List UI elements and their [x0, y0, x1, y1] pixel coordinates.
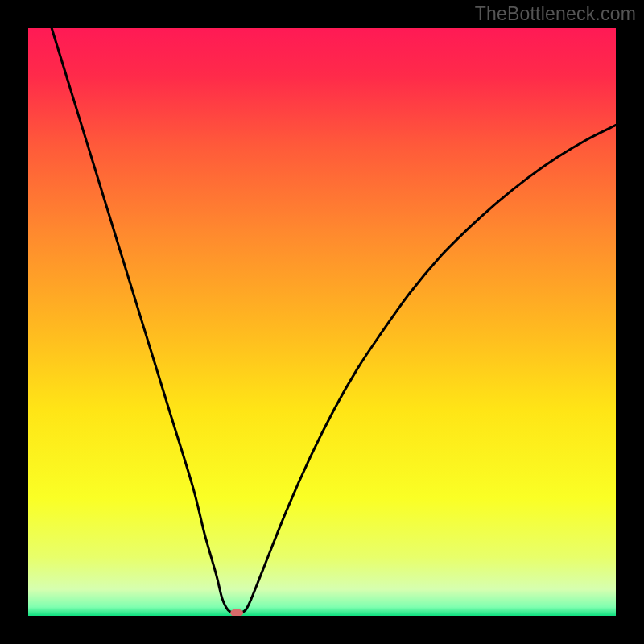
plot-area — [28, 28, 616, 616]
bottleneck-chart — [28, 28, 616, 616]
watermark-text: TheBottleneck.com — [475, 3, 636, 25]
chart-frame: TheBottleneck.com — [0, 0, 644, 644]
gradient-background — [28, 28, 616, 616]
